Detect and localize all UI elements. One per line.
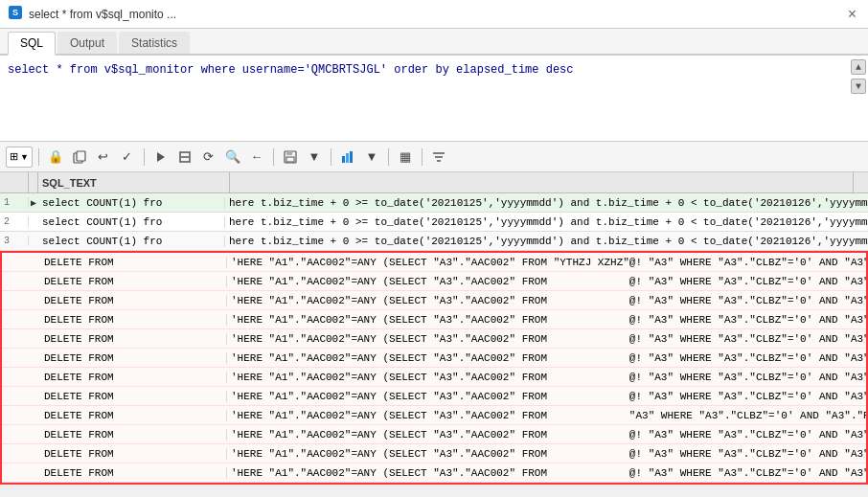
rest-cell: 'HERE "A1"."AAC002"=ANY (SELECT "A3"."AA… <box>227 314 866 326</box>
header-scroll-col <box>853 172 868 192</box>
rest-cell: 'HERE "A1"."AAC002"=ANY (SELECT "A3"."AA… <box>227 467 866 479</box>
chart-btn[interactable] <box>337 147 358 168</box>
sql-text-cell: DELETE FROM <box>40 257 227 268</box>
step-btn[interactable]: ⟳ <box>198 147 219 168</box>
rest-cell: here t.biz_time + 0 >= to_date('20210125… <box>225 216 868 228</box>
table-row[interactable]: 3 select COUNT(1) fro here t.biz_time + … <box>0 232 868 251</box>
sql-text-cell: DELETE FROM <box>40 372 227 383</box>
svg-rect-10 <box>342 156 345 163</box>
sql-text-cell: select COUNT(1) fro <box>38 197 225 209</box>
rest-cell: 'HERE "A1"."AAC002"=ANY (SELECT "A3"."AA… <box>227 276 866 287</box>
rest-cell: 'HERE "A1"."AAC002"=ANY (SELECT "A3"."AA… <box>227 410 866 421</box>
sql-text-cell: DELETE FROM <box>40 295 227 306</box>
rest-cell: 'HERE "A1"."AAC002"=ANY (SELECT "A3"."AA… <box>227 257 866 268</box>
row-arrow: ▶ <box>29 197 38 209</box>
table-row[interactable]: 1 ▶ select COUNT(1) fro here t.biz_time … <box>0 193 868 213</box>
arrow-icon: ▶ <box>31 197 36 209</box>
rest-cell: here t.biz_time + 0 >= to_date('20210125… <box>225 236 868 247</box>
toolbar: ⊞ ▼ 🔒 ↩ ✓ ⟳ 🔍 ← ▼ ▼ ▦ <box>0 142 868 172</box>
table-row[interactable]: DELETE FROM 'HERE "A1"."AAC002"=ANY (SEL… <box>2 425 866 444</box>
table-row[interactable]: DELETE FROM 'HERE "A1"."AAC002"=ANY (SEL… <box>2 329 866 349</box>
toolbar-settings-dropdown[interactable]: ⊞ ▼ <box>6 147 33 168</box>
toolbar-sep-1 <box>38 148 39 166</box>
table-row[interactable]: DELETE FROM 'HERE "A1"."AAC002"=ANY (SEL… <box>2 253 866 272</box>
rest-cell: 'HERE "A1"."AAC002"=ANY (SELECT "A3"."AA… <box>227 295 866 306</box>
table-row[interactable]: DELETE FROM 'HERE "A1"."AAC002"=ANY (SEL… <box>2 291 866 310</box>
delete-rows-section: DELETE FROM 'HERE "A1"."AAC002"=ANY (SEL… <box>0 251 868 485</box>
sql-text-cell: DELETE FROM <box>40 333 227 345</box>
svg-text:S: S <box>12 8 18 17</box>
save-dropdown[interactable]: ▼ <box>304 147 325 168</box>
toolbar-sep-5 <box>388 148 389 166</box>
header-sql-col: SQL_TEXT <box>38 172 230 192</box>
header-rest-col <box>230 172 853 192</box>
table-row[interactable]: DELETE FROM 'HERE "A1"."AAC002"=ANY (SEL… <box>2 444 866 463</box>
title-bar: S select * from v$sql_monito ... × <box>0 0 868 29</box>
svg-rect-3 <box>77 151 85 161</box>
search-btn[interactable]: 🔍 <box>222 147 243 168</box>
svg-rect-11 <box>346 153 349 163</box>
scroll-down-btn[interactable]: ▼ <box>851 79 866 94</box>
run-btn[interactable] <box>150 147 171 168</box>
settings-icon: ⊞ <box>10 150 18 163</box>
toolbar-sep-6 <box>422 148 423 166</box>
rest-cell: 'HERE "A1"."AAC002"=ANY (SELECT "A3"."AA… <box>227 372 866 383</box>
table-row[interactable]: DELETE FROM 'HERE "A1"."AAC002"=ANY (SEL… <box>2 387 866 406</box>
table-row[interactable]: DELETE FROM 'HERE "A1"."AAC002"=ANY (SEL… <box>2 406 866 425</box>
title-bar-text: select * from v$sql_monito ... <box>29 8 844 21</box>
toolbar-sep-2 <box>144 148 145 166</box>
rest-cell: 'HERE "A1"."AAC002"=ANY (SELECT "A3"."AA… <box>227 448 866 460</box>
grid-btn[interactable]: ▦ <box>395 147 416 168</box>
header-num-col <box>0 172 29 192</box>
toolbar-sep-3 <box>273 148 274 166</box>
tab-statistics[interactable]: Statistics <box>119 32 190 54</box>
save-btn[interactable] <box>280 147 301 168</box>
sql-text-cell: DELETE FROM <box>40 410 227 421</box>
stop-btn[interactable] <box>174 147 195 168</box>
check-btn[interactable]: ✓ <box>117 147 138 168</box>
sql-text-cell: DELETE FROM <box>40 448 227 460</box>
header-marker-col <box>29 172 38 192</box>
svg-rect-12 <box>350 151 353 163</box>
sql-query-text: select * from v$sql_monitor where userna… <box>8 61 860 79</box>
svg-marker-4 <box>157 152 165 162</box>
undo-btn[interactable]: ↩ <box>93 147 114 168</box>
table-row[interactable]: DELETE FROM 'HERE "A1"."AAC002"=ANY (SEL… <box>2 368 866 387</box>
copy-btn[interactable] <box>69 147 90 168</box>
rest-cell: 'HERE "A1"."AAC002"=ANY (SELECT "A3"."AA… <box>227 333 866 345</box>
sql-text-cell: select COUNT(1) fro <box>38 236 225 247</box>
sql-editor[interactable]: select * from v$sql_monitor where userna… <box>0 56 868 142</box>
sql-text-cell: DELETE FROM <box>40 429 227 441</box>
table-row[interactable]: DELETE FROM 'HERE "A1"."AAC002"=ANY (SEL… <box>2 463 866 483</box>
title-bar-icon: S <box>8 5 23 23</box>
results-container: SQL_TEXT 1 ▶ select COUNT(1) fro here t.… <box>0 172 868 497</box>
scroll-up-btn[interactable]: ▲ <box>851 59 866 75</box>
tab-sql[interactable]: SQL <box>8 32 56 56</box>
results-table-header: SQL_TEXT <box>0 172 868 193</box>
lock-btn[interactable]: 🔒 <box>45 147 66 168</box>
row-num: 1 <box>0 197 29 208</box>
sql-text-cell: DELETE FROM <box>40 391 227 402</box>
sql-text-cell: DELETE FROM <box>40 467 227 479</box>
sql-text-cell: DELETE FROM <box>40 352 227 364</box>
svg-rect-8 <box>286 151 292 155</box>
row-num: 3 <box>0 236 29 246</box>
sql-text-cell: select COUNT(1) fro <box>38 216 225 228</box>
sql-text-cell: DELETE FROM <box>40 276 227 287</box>
table-row[interactable]: 2 select COUNT(1) fro here t.biz_time + … <box>0 213 868 232</box>
chart-dropdown[interactable]: ▼ <box>361 147 382 168</box>
rest-cell: 'HERE "A1"."AAC002"=ANY (SELECT "A3"."AA… <box>227 352 866 364</box>
row-num: 2 <box>0 216 29 227</box>
table-row[interactable]: DELETE FROM 'HERE "A1"."AAC002"=ANY (SEL… <box>2 310 866 329</box>
table-row[interactable]: DELETE FROM 'HERE "A1"."AAC002"=ANY (SEL… <box>2 349 866 368</box>
filter-btn[interactable] <box>428 147 449 168</box>
dropdown-arrow: ▼ <box>20 152 29 162</box>
tab-output[interactable]: Output <box>57 32 117 54</box>
rest-cell: 'HERE "A1"."AAC002"=ANY (SELECT "A3"."AA… <box>227 391 866 402</box>
sql-text-cell: DELETE FROM <box>40 314 227 326</box>
tab-bar: SQL Output Statistics <box>0 29 868 56</box>
back-btn[interactable]: ← <box>246 147 267 168</box>
close-button[interactable]: × <box>844 6 860 23</box>
rest-cell: here t.biz_time + 0 >= to_date('20210125… <box>225 197 868 209</box>
table-row[interactable]: DELETE FROM 'HERE "A1"."AAC002"=ANY (SEL… <box>2 272 866 291</box>
